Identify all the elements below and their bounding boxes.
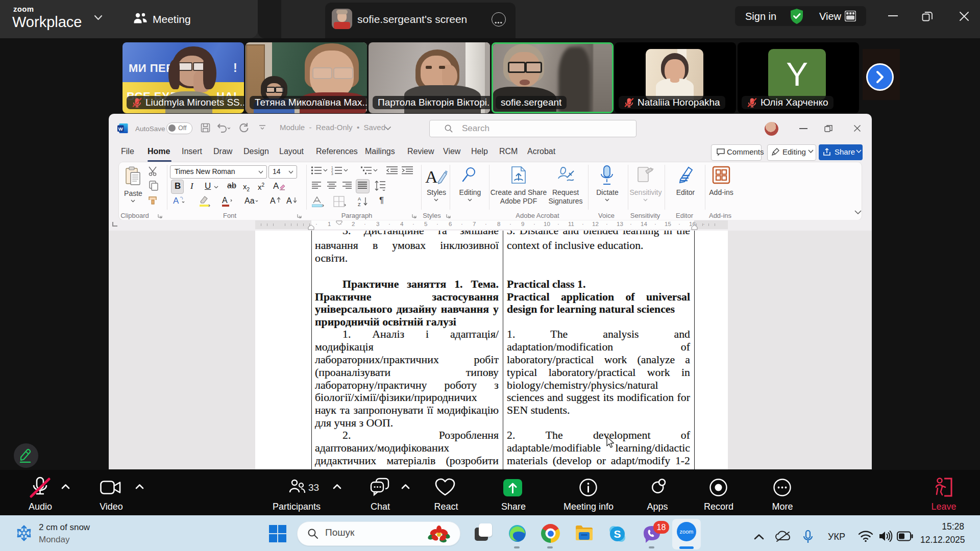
- svg-text:S: S: [614, 528, 621, 540]
